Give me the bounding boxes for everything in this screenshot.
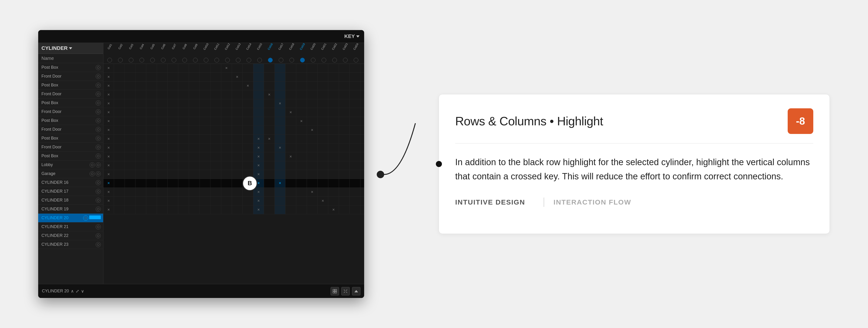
grid-row: × × bbox=[103, 82, 364, 90]
list-item[interactable]: CYLINDER 22 bbox=[38, 231, 103, 240]
list-item[interactable]: Front Door bbox=[38, 90, 103, 98]
grid-body: .gr { display:flex;height:38px;border-bo… bbox=[103, 64, 364, 214]
grid-row: × × × bbox=[103, 188, 364, 197]
list-item[interactable]: CYLINDER 23 bbox=[38, 240, 103, 249]
list-item[interactable]: CYLINDER 17 bbox=[38, 187, 103, 196]
grid-cell: × bbox=[103, 73, 114, 81]
grid-cell bbox=[146, 64, 157, 72]
badge: -8 bbox=[788, 108, 813, 134]
chevron-up-icon-btn[interactable] bbox=[352, 287, 361, 295]
col-circle bbox=[107, 58, 112, 62]
cylinder-label: CYLINDER bbox=[41, 45, 67, 51]
expand-icon-btn[interactable] bbox=[341, 287, 350, 295]
row-icon bbox=[96, 100, 101, 106]
expand-icon[interactable]: ⤢ bbox=[76, 289, 79, 294]
col-circle bbox=[150, 58, 155, 62]
grid-cell bbox=[318, 64, 328, 72]
svg-rect-3 bbox=[335, 292, 337, 293]
grid-cell bbox=[221, 73, 232, 81]
content-area: CYLINDER Name Post Box Front Door Post B… bbox=[38, 43, 364, 284]
svg-rect-0 bbox=[333, 289, 335, 291]
card-footer: INTUITIVE DESIGN INTERACTION FLOW bbox=[455, 198, 813, 207]
col-header: Col16 bbox=[265, 43, 276, 64]
grid-cell bbox=[318, 73, 328, 81]
col-circle bbox=[311, 58, 315, 62]
grid-row: × × × bbox=[103, 135, 364, 144]
tab-intuitive-design[interactable]: INTUITIVE DESIGN bbox=[455, 198, 534, 206]
col-header: Col12 bbox=[222, 43, 233, 64]
grid-cell bbox=[328, 73, 339, 81]
col-circle bbox=[193, 58, 198, 62]
row-icons bbox=[90, 171, 101, 176]
list-item[interactable]: Front Door bbox=[38, 108, 103, 116]
col-header: Col23 bbox=[340, 43, 351, 64]
list-item[interactable]: Post Box bbox=[38, 134, 103, 143]
grid-row: × × bbox=[103, 170, 364, 179]
list-item-selected[interactable]: CYLINDER 20 bbox=[38, 214, 103, 222]
col-header: Col17 bbox=[276, 43, 286, 64]
grid-row: × × × bbox=[103, 152, 364, 161]
col-header: Col22 bbox=[329, 43, 340, 64]
chevron-up-icon bbox=[354, 290, 359, 293]
grid-cell bbox=[168, 73, 178, 81]
connector-dot bbox=[377, 171, 384, 178]
col-circle bbox=[182, 58, 187, 62]
grid-cell bbox=[211, 73, 221, 81]
col-header: Col9 bbox=[190, 43, 201, 64]
grid-icon bbox=[333, 289, 337, 294]
list-item[interactable]: Post Box bbox=[38, 63, 103, 72]
list-item[interactable]: Front Door bbox=[38, 125, 103, 134]
grid-cell: × bbox=[221, 64, 232, 72]
connector-line bbox=[384, 123, 415, 175]
grid-cell bbox=[200, 64, 211, 72]
list-item[interactable]: Garage bbox=[38, 169, 103, 178]
list-item[interactable]: Front Door bbox=[38, 143, 103, 152]
col-header: Col4 bbox=[136, 43, 147, 64]
col-header: Col20 bbox=[308, 43, 318, 64]
list-item[interactable]: CYLINDER 21 bbox=[38, 222, 103, 231]
list-item[interactable]: CYLINDER 16 bbox=[38, 178, 103, 187]
bottom-icons bbox=[331, 287, 361, 295]
list-item[interactable]: Front Door bbox=[38, 72, 103, 81]
arrows-icon bbox=[343, 289, 348, 294]
list-item[interactable]: Lobby bbox=[38, 160, 103, 169]
svg-rect-1 bbox=[335, 289, 337, 291]
grid-cell bbox=[328, 64, 339, 72]
column-headers: .ch { width:46px;flex-shrink:0;display:f… bbox=[103, 43, 364, 64]
list-item[interactable]: Post Box bbox=[38, 81, 103, 90]
col-header: Col10 bbox=[201, 43, 211, 64]
list-item[interactable]: CYLINDER 18 bbox=[38, 196, 103, 205]
list-item[interactable]: Post Box bbox=[38, 116, 103, 125]
grid-cell bbox=[243, 73, 253, 81]
list-item[interactable]: Post Box bbox=[38, 98, 103, 108]
col-circle bbox=[172, 58, 176, 62]
grid-icon-btn[interactable] bbox=[331, 287, 339, 295]
up-icon[interactable]: ∧ bbox=[71, 289, 74, 294]
key-text: KEY bbox=[344, 33, 355, 39]
grid-cell bbox=[114, 64, 125, 72]
list-item[interactable]: Post Box bbox=[38, 152, 103, 160]
col-header: Col3 bbox=[126, 43, 136, 64]
list-item[interactable]: CYLINDER 19 bbox=[38, 205, 103, 214]
grid-row: × × bbox=[103, 117, 364, 126]
grid-cell-highlighted bbox=[275, 64, 285, 72]
grid-cell bbox=[285, 64, 296, 72]
grid-row: × × × bbox=[103, 197, 364, 206]
grid-cell bbox=[135, 73, 146, 81]
grid-cell: × bbox=[103, 82, 114, 90]
bottom-label: CYLINDER 20 bbox=[42, 289, 69, 294]
bottom-nav: CYLINDER 20 ∧ ⤢ ∨ bbox=[42, 289, 84, 294]
grid-cell bbox=[178, 64, 189, 72]
grid-cell bbox=[264, 64, 275, 72]
grid-cell bbox=[114, 82, 125, 90]
down-icon[interactable]: ∨ bbox=[81, 289, 84, 294]
col-header: Col14 bbox=[244, 43, 254, 64]
grid-cell-highlighted bbox=[253, 64, 264, 72]
grid-cell bbox=[243, 64, 253, 72]
col-circle bbox=[343, 58, 348, 62]
tab-interaction-flow[interactable]: INTERACTION FLOW bbox=[553, 198, 641, 206]
card-title: Rows & Columns • Highlight bbox=[455, 114, 603, 128]
col-circle bbox=[140, 58, 144, 62]
card-body: In addition to the black row highlight f… bbox=[455, 155, 813, 184]
divider bbox=[455, 143, 813, 144]
